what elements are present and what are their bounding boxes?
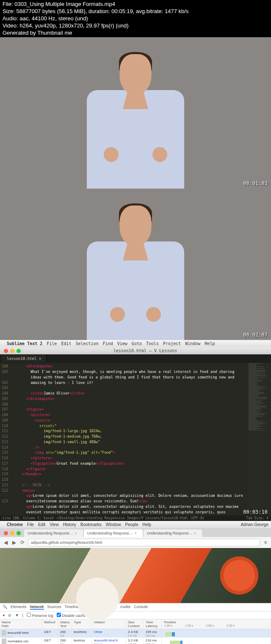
browser-frame: Chrome File Edit View History Bookmarks … [0, 521, 271, 644]
dt-tab-network[interactable]: Network [30, 605, 44, 610]
generator-line: Generated by Thumbnail me [3, 30, 268, 37]
devtools-toolbar: ● ⊘ ▼ | Preserve log Disable cache [0, 611, 271, 619]
presenter [76, 50, 195, 189]
menu-project[interactable]: Project [163, 341, 181, 346]
editor-status-bar: Line 108, Column 1; Saved ~/Desktop/Unde… [0, 515, 271, 521]
close-icon[interactable] [4, 531, 8, 535]
maximize-icon[interactable] [17, 531, 21, 535]
app-name[interactable]: Chrome [7, 522, 23, 527]
status-right: Tab Size: 4 [246, 516, 268, 520]
food-image [220, 556, 258, 595]
minimap[interactable] [248, 363, 271, 515]
user-label[interactable]: Adrian-George [241, 522, 268, 527]
clear-icon[interactable]: ⊘ [8, 613, 11, 617]
thumbnail-frame-1: 00:01:03 [0, 37, 271, 189]
app-name[interactable]: Sublime Text 2 [7, 341, 42, 346]
network-table-header[interactable]: NamePath Method StatusText Type Initiato… [0, 619, 271, 629]
menu-history[interactable]: History [63, 522, 76, 527]
reload-icon[interactable]: ⟳ [19, 540, 25, 545]
audio-line: Audio: aac, 44100 Hz, stereo (und) [3, 15, 268, 22]
window-title: lesson10.html — V Lessons [21, 348, 270, 353]
menu-edit[interactable]: Edit [61, 341, 71, 346]
editor-tab[interactable]: lesson10.html × [2, 355, 47, 362]
disable-cache-checkbox[interactable]: Disable cache [57, 613, 86, 618]
dt-tab-audits[interactable]: Audits [120, 605, 130, 610]
browser-tab[interactable]: Understanding Responsi…× [84, 529, 143, 537]
menu-find[interactable]: Find [103, 341, 113, 346]
dt-tab-elements[interactable]: Elements [11, 605, 27, 610]
filter-icon[interactable]: ▼ [15, 613, 19, 617]
devtools-tabs[interactable]: 🔍 Elements Network Sources Timeline Prof… [0, 603, 271, 611]
menu-window[interactable]: Window [106, 522, 121, 527]
editor-tab-bar[interactable]: lesson10.html × [0, 354, 271, 363]
video-line: Video: h264, yuv420p, 1280x720, 29.97 fp… [3, 22, 268, 30]
dt-tab-sources[interactable]: Sources [47, 605, 61, 610]
back-icon[interactable]: ◀ [3, 540, 8, 545]
code-editor-frame: Sublime Text 2 File Edit Selection Find … [0, 340, 271, 521]
tab-close-icon[interactable]: × [134, 531, 136, 535]
page-viewport[interactable] [0, 548, 271, 603]
dt-tab-timeline[interactable]: Timeline [65, 605, 79, 610]
file-icon [2, 630, 6, 636]
menu-goto[interactable]: Goto [132, 341, 142, 346]
file-icon [2, 639, 6, 644]
menu-bookmarks[interactable]: Bookmarks [80, 522, 102, 527]
dt-tab-console[interactable]: Console [134, 605, 148, 610]
url-input[interactable]: adipurdila.github.io/respimg/lesson09.ht… [28, 539, 260, 546]
menu-people[interactable]: People [125, 522, 138, 527]
maximize-icon[interactable] [17, 349, 21, 353]
search-icon[interactable]: 🔍 [3, 605, 7, 610]
menu-help[interactable]: Help [143, 522, 152, 527]
minimize-icon[interactable] [10, 531, 14, 535]
devtools-panel[interactable]: 🔍 Elements Network Sources Timeline Prof… [0, 603, 271, 644]
network-row[interactable]: lesson09.html/respimg GET 200OK text/htm… [0, 629, 271, 638]
menu-tools[interactable]: Tools [146, 341, 159, 346]
menu-selection[interactable]: Selection [75, 341, 98, 346]
size-line: Size: 58877007 bytes (56.15 MiB), durati… [3, 8, 268, 15]
line-gutter: 100101 102103104105106107108109110111112… [0, 363, 11, 515]
network-row[interactable]: normalize.css/respimg GET 200OK text/css… [0, 638, 271, 644]
code-area[interactable]: 100101 102103104105106107108109110111112… [0, 363, 271, 515]
menu-edit[interactable]: Edit [38, 522, 45, 527]
food-image [76, 578, 119, 620]
menu-window[interactable]: Window [185, 341, 200, 346]
address-bar: ◀ ▶ ⟳ adipurdila.github.io/respimg/lesso… [0, 537, 271, 548]
menu-icon[interactable]: ≡ [263, 540, 268, 545]
menu-view[interactable]: View [50, 522, 59, 527]
browser-tab[interactable]: Understanding Responsi…× [24, 529, 83, 537]
file-line: File: 0303_Using Multiple Image Formats.… [3, 1, 268, 8]
tab-close-icon[interactable]: × [75, 531, 77, 535]
tab-close-icon[interactable]: × [39, 356, 41, 361]
network-table[interactable]: NamePath Method StatusText Type Initiato… [0, 619, 271, 644]
file-info-header: File: 0303_Using Multiple Image Formats.… [0, 0, 271, 37]
record-icon[interactable]: ● [3, 613, 5, 617]
browser-menubar[interactable]: Chrome File Edit View History Bookmarks … [0, 521, 271, 528]
menu-file[interactable]: File [27, 522, 34, 527]
timestamp: 00:02:07 [243, 332, 268, 338]
browser-tab[interactable]: Understanding Responsi…× [144, 529, 202, 537]
timestamp: 00:01:03 [243, 181, 268, 186]
minimize-icon[interactable] [10, 349, 14, 353]
code-content[interactable]: <blockquote> What I've enjoyed most, tho… [11, 363, 271, 515]
editor-menubar[interactable]: Sublime Text 2 File Edit Selection Find … [0, 340, 271, 347]
status-left: Line 108, Column 1; Saved ~/Desktop/Unde… [3, 516, 205, 520]
menu-file[interactable]: File [47, 341, 57, 346]
menu-view[interactable]: View [117, 341, 127, 346]
menu-help[interactable]: Help [205, 341, 215, 346]
preserve-log-checkbox[interactable]: Preserve log [27, 613, 53, 618]
timestamp: 00:03:10 [243, 509, 268, 515]
presenter [76, 201, 195, 340]
close-icon[interactable] [4, 349, 8, 353]
thumbnail-frame-2: 00:02:07 [0, 189, 271, 340]
browser-tab-strip[interactable]: Understanding Responsi…× Understanding R… [0, 528, 271, 537]
forward-icon[interactable]: ▶ [11, 540, 17, 545]
editor-titlebar: lesson10.html — V Lessons [0, 347, 271, 354]
tab-close-icon[interactable]: × [194, 531, 196, 535]
